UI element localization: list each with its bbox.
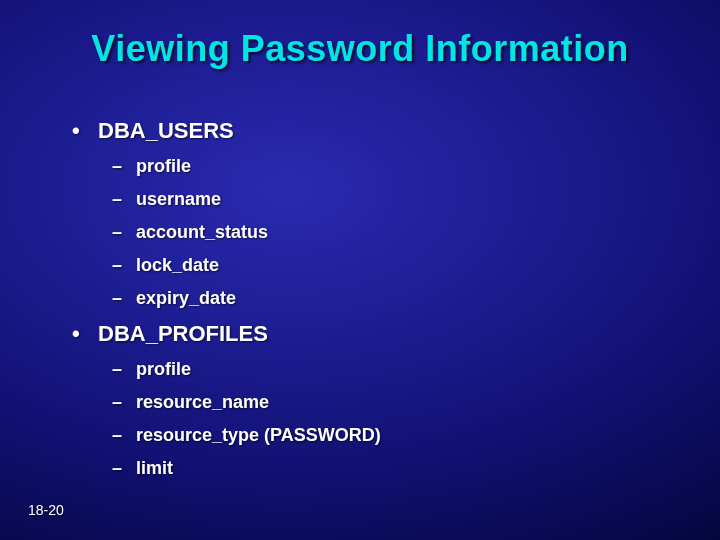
bullet-text: lock_date — [136, 255, 219, 276]
bullet-text: profile — [136, 359, 191, 380]
bullet-icon: • — [72, 120, 98, 142]
dash-icon: – — [112, 256, 136, 274]
bullet-icon: • — [72, 323, 98, 345]
bullet-text: DBA_PROFILES — [98, 321, 268, 347]
bullet-text: limit — [136, 458, 173, 479]
bullet-text: DBA_USERS — [98, 118, 234, 144]
bullet-text: account_status — [136, 222, 268, 243]
bullet-l2: – account_status — [112, 222, 642, 243]
dash-icon: – — [112, 157, 136, 175]
bullet-l1: • DBA_PROFILES — [72, 321, 642, 347]
bullet-l2: – lock_date — [112, 255, 642, 276]
dash-icon: – — [112, 426, 136, 444]
dash-icon: – — [112, 190, 136, 208]
dash-icon: – — [112, 459, 136, 477]
bullet-text: profile — [136, 156, 191, 177]
bullet-l2: – username — [112, 189, 642, 210]
slide: Viewing Password Information • DBA_USERS… — [0, 0, 720, 540]
dash-icon: – — [112, 289, 136, 307]
dash-icon: – — [112, 360, 136, 378]
slide-number: 18-20 — [28, 502, 64, 518]
bullet-text: resource_name — [136, 392, 269, 413]
dash-icon: – — [112, 223, 136, 241]
bullet-text: resource_type (PASSWORD) — [136, 425, 381, 446]
bullet-l2: – limit — [112, 458, 642, 479]
bullet-l2: – expiry_date — [112, 288, 642, 309]
bullet-l1: • DBA_USERS — [72, 118, 642, 144]
slide-body: • DBA_USERS – profile – username – accou… — [72, 118, 642, 491]
slide-title: Viewing Password Information — [0, 28, 720, 70]
bullet-l2: – resource_name — [112, 392, 642, 413]
bullet-l2: – profile — [112, 359, 642, 380]
bullet-text: expiry_date — [136, 288, 236, 309]
bullet-l2: – profile — [112, 156, 642, 177]
dash-icon: – — [112, 393, 136, 411]
bullet-l2: – resource_type (PASSWORD) — [112, 425, 642, 446]
bullet-text: username — [136, 189, 221, 210]
